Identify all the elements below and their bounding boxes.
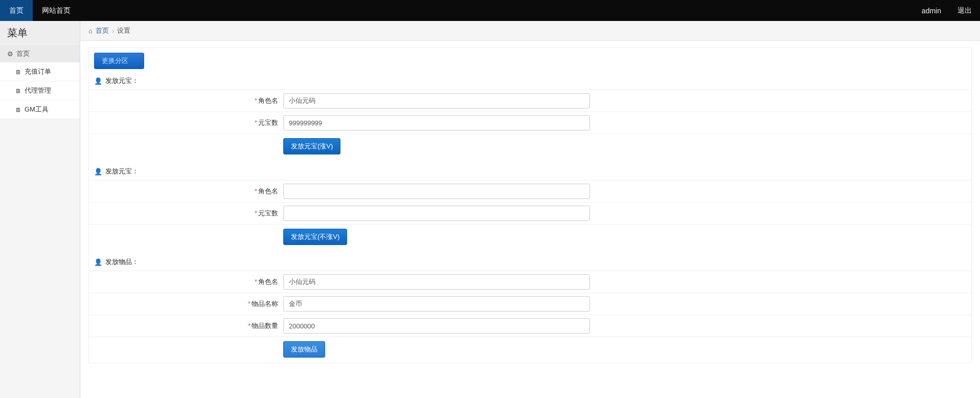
give-item-button[interactable]: 发放物品 bbox=[283, 341, 325, 358]
sidebar-item-label: GM工具 bbox=[25, 105, 49, 114]
field-label: *物品名称 bbox=[89, 299, 283, 308]
content: 首页 › 设置 更换分区 发放元宝： *角色名 *元宝数 bbox=[80, 21, 980, 398]
switch-zone-button[interactable]: 更换分区 bbox=[94, 53, 144, 69]
user-icon bbox=[94, 78, 102, 84]
file-icon bbox=[15, 106, 21, 113]
user-icon bbox=[94, 259, 102, 266]
breadcrumb: 首页 › 设置 bbox=[80, 21, 980, 41]
form-row: *元宝数 bbox=[89, 112, 971, 134]
field-label: *元宝数 bbox=[89, 118, 283, 127]
section-title-label: 发放物品： bbox=[105, 257, 139, 267]
form-row: *物品数量 bbox=[89, 315, 971, 337]
nav-item-label: 首页 bbox=[9, 6, 24, 15]
sidebar-item-label: 代理管理 bbox=[25, 86, 51, 95]
field-label: *角色名 bbox=[89, 96, 283, 105]
item-count-input[interactable] bbox=[283, 318, 590, 334]
nav-left: 首页 网站首页 bbox=[0, 0, 80, 21]
nav-logout[interactable]: 退出 bbox=[949, 6, 980, 15]
sidebar-group-label: 首页 bbox=[16, 49, 30, 58]
role-name-input[interactable] bbox=[283, 93, 590, 108]
form-row: *角色名 bbox=[89, 181, 971, 203]
section-title-label: 发放元宝： bbox=[105, 76, 139, 85]
sidebar-title: 菜单 bbox=[0, 21, 80, 45]
field-label: *角色名 bbox=[89, 277, 283, 286]
form-give-gold-vip: *角色名 *元宝数 发放元宝(涨V) bbox=[89, 90, 971, 160]
section-title-give-gold-vip: 发放元宝： bbox=[89, 69, 971, 90]
role-name-input[interactable] bbox=[283, 274, 590, 290]
nav-right: admin 退出 bbox=[914, 0, 980, 21]
gear-icon bbox=[7, 51, 13, 57]
field-label: *元宝数 bbox=[89, 209, 283, 218]
gold-amount-input[interactable] bbox=[283, 206, 590, 221]
form-actions: 发放物品 bbox=[89, 337, 971, 363]
give-gold-vip-button[interactable]: 发放元宝(涨V) bbox=[283, 138, 340, 154]
sidebar: 菜单 首页 充值订单 代理管理 GM工具 bbox=[0, 21, 80, 398]
top-nav: 首页 网站首页 admin 退出 bbox=[0, 0, 980, 21]
form-give-gold-novip: *角色名 *元宝数 发放元宝(不涨V) bbox=[89, 180, 971, 250]
form-actions: 发放元宝(不涨V) bbox=[89, 225, 971, 250]
breadcrumb-current: 设置 bbox=[117, 26, 130, 35]
gold-amount-input[interactable] bbox=[283, 115, 590, 130]
nav-logout-label: 退出 bbox=[958, 6, 972, 15]
switch-bar: 更换分区 bbox=[89, 48, 971, 69]
give-gold-novip-button[interactable]: 发放元宝(不涨V) bbox=[283, 229, 347, 245]
nav-item-home[interactable]: 首页 bbox=[0, 0, 33, 21]
nav-item-label: 网站首页 bbox=[42, 6, 71, 15]
sidebar-item-gm-tools[interactable]: GM工具 bbox=[0, 100, 80, 119]
main-panel: 更换分区 发放元宝： *角色名 *元宝数 发放元宝(涨V) bbox=[88, 47, 972, 363]
field-label: *角色名 bbox=[89, 187, 283, 196]
file-icon bbox=[15, 69, 21, 75]
nav-user[interactable]: admin bbox=[914, 7, 949, 15]
file-icon bbox=[15, 87, 21, 94]
sidebar-list: 充值订单 代理管理 GM工具 bbox=[0, 62, 80, 119]
breadcrumb-sep: › bbox=[112, 27, 114, 35]
section-title-give-gold-novip: 发放元宝： bbox=[89, 160, 971, 180]
form-row: *元宝数 bbox=[89, 203, 971, 225]
form-row: *物品名称 bbox=[89, 293, 971, 315]
home-icon bbox=[88, 28, 93, 34]
breadcrumb-home-link[interactable]: 首页 bbox=[96, 26, 109, 35]
sidebar-item-label: 充值订单 bbox=[25, 67, 51, 76]
section-title-label: 发放元宝： bbox=[105, 167, 139, 176]
sidebar-item-agent-manage[interactable]: 代理管理 bbox=[0, 81, 80, 100]
form-give-item: *角色名 *物品名称 *物品数量 发放物品 bbox=[89, 271, 971, 363]
form-actions: 发放元宝(涨V) bbox=[89, 134, 971, 160]
item-name-input[interactable] bbox=[283, 296, 590, 312]
nav-user-label: admin bbox=[922, 7, 941, 15]
field-label: *物品数量 bbox=[89, 321, 283, 330]
section-title-give-item: 发放物品： bbox=[89, 250, 971, 271]
form-row: *角色名 bbox=[89, 271, 971, 293]
nav-item-site-home[interactable]: 网站首页 bbox=[33, 0, 80, 21]
sidebar-item-recharge-orders[interactable]: 充值订单 bbox=[0, 62, 80, 81]
role-name-input[interactable] bbox=[283, 184, 590, 199]
form-row: *角色名 bbox=[89, 90, 971, 112]
user-icon bbox=[94, 168, 102, 175]
sidebar-group-home[interactable]: 首页 bbox=[0, 45, 80, 62]
